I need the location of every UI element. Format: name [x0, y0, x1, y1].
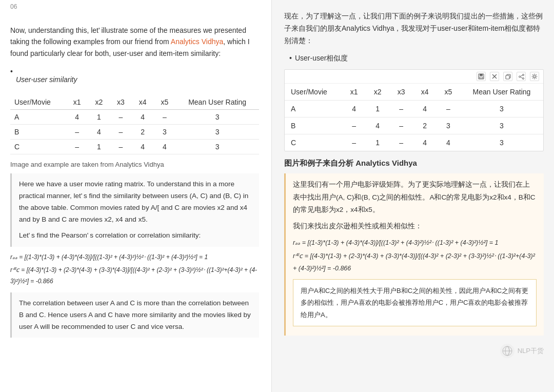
svg-rect-1: [480, 74, 483, 76]
r-cell-mean: 3: [460, 134, 543, 151]
cell-mean: 3: [175, 125, 259, 140]
cell-user: C: [10, 140, 66, 154]
cell-x1: 4: [66, 110, 88, 125]
r-cell-x4: 4: [413, 101, 437, 117]
r-cell-x4: 2: [413, 117, 437, 134]
r-cell-mean: 3: [460, 117, 543, 134]
user-user-similarity-label: User-user similarity: [16, 75, 77, 84]
bullet-dot-zh: •: [289, 54, 292, 62]
table-row: C – 1 – 4 4 3: [10, 140, 259, 154]
quote-text-2: Let' s find the Pearson' s correlation o…: [19, 230, 252, 242]
r-cell-x1: 4: [342, 101, 366, 117]
col-header-x3: x3: [110, 95, 132, 110]
zh-inner-box: 用户A和C之间的相关性大于用户B和C之间的相关性，因此用户A和C之间有更多的相似…: [293, 279, 537, 326]
r-cell-user: A: [285, 101, 342, 117]
svg-point-9: [519, 76, 520, 77]
watermark: NLP干货: [284, 344, 544, 358]
zh-formula-ac: rₐₐ = [(1-3)*(1-3) + (4-3)*(4-3)]/[((1-3…: [293, 237, 537, 249]
r-cell-x1: –: [342, 117, 366, 134]
right-intro-zh: 现在，为了理解这一点，让我们用下面的例子来说明我们提出的一些措施，这些例子来自我…: [284, 10, 544, 47]
right-section-title: 图片和例子来自分析 Analytics Vidhya: [284, 159, 544, 168]
col-header-x4: x4: [132, 95, 154, 110]
correlation-box: The correlation between user A and C is …: [10, 292, 259, 338]
col-header-x5: x5: [153, 95, 175, 110]
r-col-header-x4: x4: [413, 84, 437, 101]
r-cell-x2: 4: [366, 117, 389, 134]
r-cell-x5: 4: [437, 134, 460, 151]
col-header-user-movie: User/Movie: [10, 95, 66, 110]
r-cell-x5: –: [437, 101, 460, 117]
table-row: A 4 1 – 4 – 3: [285, 101, 543, 117]
table-row: A 4 1 – 4 – 3: [10, 110, 259, 125]
table-row: C – 1 – 4 4 3: [285, 134, 543, 151]
watermark-text: NLP干货: [518, 346, 544, 356]
share-icon[interactable]: [517, 72, 526, 81]
zh-formula-bc: rᴭᴄ = [(4-3)*(1-3) + (2-3)*(4-3) + (3-3)…: [293, 250, 537, 275]
r-cell-user: B: [285, 117, 342, 134]
cell-x3: –: [110, 125, 132, 140]
watermark-icon: [500, 344, 515, 358]
zh-quote-text-2: 我们来找出皮尔逊相关性或相关相似性：: [293, 220, 537, 232]
cell-x5: 4: [153, 140, 175, 154]
cell-x4: 4: [132, 140, 154, 154]
settings-icon[interactable]: [530, 72, 539, 81]
table-card: User/Movie x1 x2 x3 x4 x5 Mean User Rati…: [284, 69, 544, 151]
r-col-header-user-movie: User/Movie: [285, 84, 342, 101]
r-col-header-x1: x1: [342, 84, 366, 101]
svg-point-12: [533, 75, 536, 77]
r-col-header-x3: x3: [389, 84, 413, 101]
r-cell-x2: 1: [366, 134, 389, 151]
r-col-header-x5: x5: [437, 84, 460, 101]
cell-x3: –: [110, 110, 132, 125]
svg-point-8: [522, 77, 524, 79]
r-cell-x4: 4: [413, 134, 437, 151]
save-icon[interactable]: [477, 72, 486, 81]
right-data-table: User/Movie x1 x2 x3 x4 x5 Mean User Rati…: [285, 84, 543, 151]
cell-x2: 1: [88, 110, 110, 125]
right-bullet-zh: • User-user相似度: [289, 54, 544, 63]
quote-text-1: Here we have a user movie rating matrix.…: [19, 179, 252, 226]
r-cell-x5: 3: [437, 117, 460, 134]
user-user-similarity-zh: User-user相似度: [295, 54, 348, 63]
r-cell-user: C: [285, 134, 342, 151]
cell-x4: 4: [132, 110, 154, 125]
cell-x1: –: [66, 125, 88, 140]
r-cell-x3: –: [389, 117, 413, 134]
bullet-dot: •: [10, 67, 13, 75]
zh-quote-text-1: 这里我们有一个用户电影评级矩阵。为了更实际地理解这一点，让我们在上表中找出用户(…: [293, 179, 537, 216]
svg-line-10: [520, 75, 522, 76]
cell-x4: 2: [132, 125, 154, 140]
cell-x5: 3: [153, 125, 175, 140]
col-header-x2: x2: [88, 95, 110, 110]
r-cell-mean: 3: [460, 101, 543, 117]
source-label: Image and example are taken from Analyti…: [10, 161, 259, 168]
cell-x3: –: [110, 140, 132, 154]
svg-line-11: [520, 77, 522, 78]
cell-mean: 3: [175, 140, 259, 154]
close-icon[interactable]: [490, 72, 499, 81]
zh-quote-box: 这里我们有一个用户电影评级矩阵。为了更实际地理解这一点，让我们在上表中找出用户(…: [284, 173, 544, 336]
r-col-header-x2: x2: [366, 84, 389, 101]
cell-user: B: [10, 125, 66, 140]
cell-x2: 4: [88, 125, 110, 140]
copy-icon[interactable]: [503, 72, 512, 81]
analytics-link[interactable]: Analytics Vidhya: [171, 37, 223, 46]
table-row: B – 4 – 2 3 3: [285, 117, 543, 134]
col-header-x1: x1: [66, 95, 88, 110]
table-toolbar: [285, 70, 543, 84]
cell-x5: –: [153, 110, 175, 125]
formula-bc: rᴭᴄ = [(4-3)*(1-3) + (2-3)*(4-3) + (3-3)…: [10, 265, 259, 287]
r-cell-x1: –: [342, 134, 366, 151]
left-data-table: User/Movie x1 x2 x3 x4 x5 Mean User Rati…: [10, 95, 259, 154]
page-number: 06: [10, 3, 17, 10]
zh-inner-text: 用户A和C之间的相关性大于用户B和C之间的相关性，因此用户A和C之间有更多的相似…: [301, 285, 529, 321]
svg-rect-6: [506, 75, 509, 79]
correlation-text: The correlation between user A and C is …: [19, 298, 252, 333]
r-cell-x3: –: [389, 134, 413, 151]
table-row: B – 4 – 2 3 3: [10, 125, 259, 140]
svg-rect-2: [480, 77, 483, 79]
svg-point-7: [522, 74, 524, 75]
quote-box-1: Here we have a user movie rating matrix.…: [10, 173, 259, 247]
cell-x1: –: [66, 140, 88, 154]
r-cell-x3: –: [389, 101, 413, 117]
